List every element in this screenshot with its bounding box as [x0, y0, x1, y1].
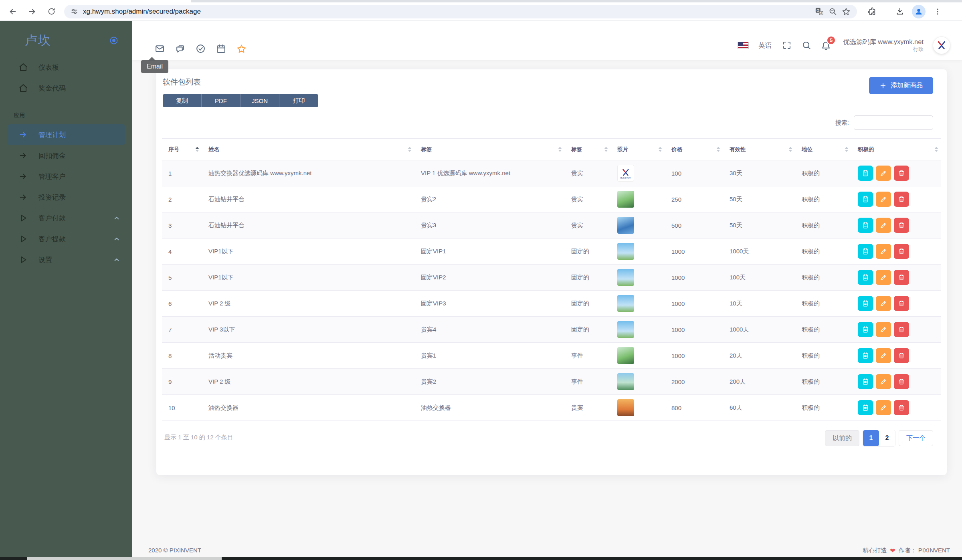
language-label[interactable]: 英语: [758, 41, 772, 50]
calendar-icon[interactable]: [216, 44, 226, 54]
copy-button[interactable]: 复制: [163, 94, 202, 107]
edit-button[interactable]: [876, 400, 891, 415]
scrollbar-thumb[interactable]: [27, 557, 222, 560]
pagination: 以前的 1 2 下一个: [825, 430, 939, 447]
view-button[interactable]: [858, 192, 873, 207]
footer-made-text: 精心打造: [863, 547, 887, 554]
plus-icon: [879, 82, 887, 89]
horizontal-scrollbar[interactable]: [0, 557, 962, 560]
pagination-page-2[interactable]: 2: [879, 430, 895, 446]
forward-button[interactable]: [24, 4, 40, 20]
browser-menu-icon[interactable]: [930, 4, 946, 20]
cell-photo: [611, 399, 665, 416]
edit-button[interactable]: [876, 218, 891, 233]
search-input[interactable]: [854, 115, 933, 130]
column-header-price[interactable]: 价格: [665, 139, 723, 160]
column-header-tag[interactable]: 标签: [565, 139, 611, 160]
trash-icon: [898, 170, 905, 177]
table-row: 3 石油钻井平台 贵宾3 贵宾 500 50天 积极的: [162, 212, 941, 239]
downloads-icon[interactable]: [892, 4, 908, 20]
column-header-no[interactable]: 序号: [162, 139, 202, 160]
sidebar-item-settings[interactable]: 设置: [0, 249, 132, 270]
edit-button[interactable]: [876, 374, 891, 389]
pencil-icon: [880, 404, 887, 411]
email-icon[interactable]: [155, 44, 165, 54]
heart-icon: ❤: [890, 547, 895, 554]
delete-button[interactable]: [894, 244, 909, 259]
favorites-star-icon[interactable]: [236, 44, 247, 54]
edit-button[interactable]: [876, 296, 891, 311]
product-photo: [617, 321, 634, 338]
site-settings-icon[interactable]: [71, 8, 78, 15]
table-row: 1 油热交换器优选源码库 www.yxymk.net VIP 1 优选源码库 w…: [162, 160, 941, 186]
back-button[interactable]: [5, 4, 21, 20]
edit-button[interactable]: [876, 192, 891, 207]
chat-icon[interactable]: [175, 44, 185, 54]
cell-tag: 贵宾: [565, 170, 611, 177]
reload-button[interactable]: [43, 4, 59, 20]
sidebar-pin-icon[interactable]: [109, 36, 119, 45]
extensions-icon[interactable]: [864, 4, 880, 20]
pagination-previous[interactable]: 以前的: [825, 430, 859, 446]
edit-button[interactable]: [876, 244, 891, 259]
check-circle-icon[interactable]: [196, 44, 206, 54]
sidebar-item-dashboard[interactable]: 仪表板: [0, 57, 132, 78]
delete-button[interactable]: [894, 296, 909, 311]
pagination-next[interactable]: 下一个: [899, 430, 933, 446]
delete-button[interactable]: [894, 270, 909, 285]
delete-button[interactable]: [894, 348, 909, 363]
view-button[interactable]: [858, 218, 873, 233]
delete-button[interactable]: [894, 374, 909, 389]
cell-validity: 30天: [723, 170, 795, 177]
view-button[interactable]: [858, 348, 873, 363]
json-button[interactable]: JSON: [240, 94, 279, 107]
column-header-validity[interactable]: 有效性: [723, 139, 795, 160]
view-button[interactable]: [858, 166, 873, 181]
delete-button[interactable]: [894, 322, 909, 337]
column-header-label[interactable]: 标签: [414, 139, 565, 160]
delete-button[interactable]: [894, 166, 909, 181]
view-button[interactable]: [858, 296, 873, 311]
url-bar[interactable]: xg.hwym.shop/admin/secured/package GA: [64, 5, 857, 18]
edit-button[interactable]: [876, 270, 891, 285]
sidebar-item-rebate-commission[interactable]: 回扣佣金: [0, 145, 132, 166]
fullscreen-icon[interactable]: [782, 40, 792, 51]
cell-no: 4: [162, 248, 202, 255]
avatar[interactable]: [933, 37, 950, 54]
edit-button[interactable]: [876, 166, 891, 181]
sidebar: 卢坎 仪表板 奖金代码 应用 管理计划 回扣佣金 管理客户: [0, 21, 132, 560]
cell-tag: 贵宾: [565, 222, 611, 229]
column-header-status[interactable]: 地位: [795, 139, 851, 160]
sidebar-item-investment-records[interactable]: 投资记录: [0, 187, 132, 208]
delete-button[interactable]: [894, 192, 909, 207]
print-button[interactable]: 打印: [279, 94, 318, 107]
delete-button[interactable]: [894, 218, 909, 233]
search-icon[interactable]: [801, 40, 811, 51]
sidebar-item-bonus-codes[interactable]: 奖金代码: [0, 78, 132, 99]
view-button[interactable]: [858, 322, 873, 337]
column-header-name[interactable]: 姓名: [202, 139, 414, 160]
sidebar-item-manage-plans[interactable]: 管理计划: [7, 124, 125, 145]
column-header-actions[interactable]: 积极的: [851, 139, 941, 160]
sidebar-item-customer-withdrawals[interactable]: 客户提款: [0, 228, 132, 249]
view-button[interactable]: [858, 374, 873, 389]
column-header-photo[interactable]: 照片: [611, 139, 665, 160]
view-button[interactable]: [858, 270, 873, 285]
browser-profile-icon[interactable]: [912, 5, 926, 18]
notifications-bell-icon[interactable]: 5: [821, 40, 831, 51]
view-button[interactable]: [858, 244, 873, 259]
translate-icon[interactable]: GA: [815, 7, 824, 16]
zoom-out-icon[interactable]: [829, 7, 837, 16]
view-button[interactable]: [858, 400, 873, 415]
url-text[interactable]: xg.hwym.shop/admin/secured/package: [83, 8, 810, 16]
us-flag-icon[interactable]: [738, 42, 749, 49]
bookmark-star-icon[interactable]: [842, 7, 851, 16]
sidebar-item-customer-payments[interactable]: 客户付款: [0, 208, 132, 228]
pdf-button[interactable]: PDF: [202, 94, 240, 107]
add-product-button[interactable]: 添加新商品: [869, 77, 933, 94]
pagination-page-1[interactable]: 1: [863, 430, 879, 446]
sidebar-item-manage-customers[interactable]: 管理客户: [0, 166, 132, 187]
edit-button[interactable]: [876, 348, 891, 363]
edit-button[interactable]: [876, 322, 891, 337]
delete-button[interactable]: [894, 400, 909, 415]
